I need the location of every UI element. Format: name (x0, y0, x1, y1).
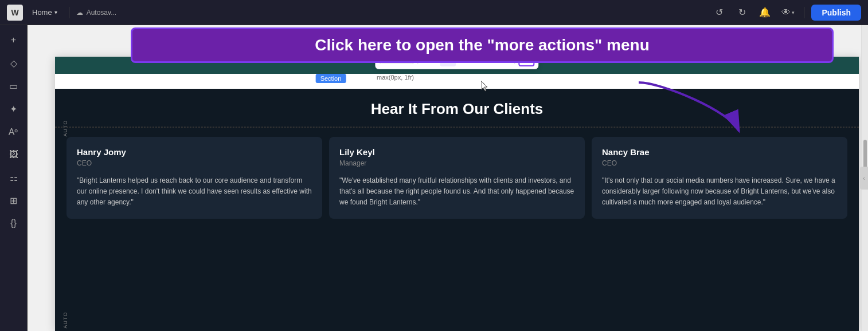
top-bar-right: ↺ ↻ 🔔 👁 ▾ Publish (710, 3, 861, 22)
logo-icon[interactable]: W (7, 5, 23, 21)
more-actions-button[interactable]: ··· (519, 57, 535, 66)
undo-button[interactable]: ↺ (710, 3, 728, 22)
section-title: Hear It From Our Clients (55, 89, 859, 127)
sidebar-media-button[interactable]: 🖼 (3, 144, 24, 165)
card-2-role: Manager (339, 159, 574, 167)
cloud-icon: ☁ (76, 9, 83, 17)
section-info: max(0px, 1fr) (377, 74, 414, 81)
auto-label-top: Auto (62, 120, 68, 137)
sidebar-code-button[interactable]: {} (3, 213, 24, 234)
paint-icon: 🪣 (462, 57, 471, 63)
divider (69, 7, 69, 18)
sidebar-table-button[interactable]: ⊞ (3, 190, 24, 211)
paint-toolbar-button[interactable]: 🪣 (459, 57, 475, 66)
section-label: Section (316, 74, 346, 83)
expand-icon: ‹ (863, 175, 865, 182)
top-bar: W Home ▾ ☁ Autosav... ↺ ↻ 🔔 👁 ▾ Publish (0, 0, 868, 25)
home-button[interactable]: Home ▾ (28, 6, 62, 19)
sidebar-layers-button[interactable]: ◇ (3, 53, 24, 73)
card-1-name: Hanry Jomy (77, 147, 312, 157)
sidebar-add-button[interactable]: + (3, 30, 24, 50)
autosave-label: Autosav... (87, 9, 116, 17)
sparkle-icon: ✦ (445, 57, 452, 63)
grid-icon-small: ▭ (384, 57, 390, 62)
annotation-text: Click here to open the "more actions" me… (315, 36, 650, 54)
testimonial-card-1: Hanry Jomy CEO "Bright Lanterns helped u… (67, 137, 322, 219)
layout-selector[interactable]: ▭ 1x2 ▾ (379, 57, 414, 64)
more-dots-icon: ··· (523, 57, 530, 64)
flag-toolbar-button[interactable]: ⚑ (495, 57, 511, 66)
canvas-area: Click here to open the "more actions" me… (28, 25, 868, 331)
sparkle-toolbar-button[interactable]: ✦ (440, 57, 456, 66)
card-1-role: CEO (77, 159, 312, 167)
testimonial-card-2: Lily Keyl Manager "We've established man… (329, 137, 585, 219)
card-2-name: Lily Keyl (339, 147, 574, 157)
element-toolbar: ▭ 1x2 ▾ ⊞ ✦ 🪣 ⬜ ⚑ (375, 57, 538, 69)
toolbar-divider-1 (418, 57, 419, 64)
sidebar-typography-button[interactable]: Aᵒ (3, 121, 24, 142)
testimonial-card-3: Nancy Brae CEO "It's not only that our s… (592, 137, 847, 219)
top-bar-left: W Home ▾ ☁ Autosav... (7, 5, 710, 21)
image-toolbar-button[interactable]: ⊞ (422, 57, 438, 66)
layout-label: 1x2 (393, 57, 404, 62)
notifications-button[interactable]: 🔔 (756, 3, 774, 22)
home-chevron-icon: ▾ (54, 9, 57, 15)
autosave-status: ☁ Autosav... (76, 9, 116, 17)
expand-handle[interactable]: ‹ (860, 167, 868, 190)
card-1-quote: "Bright Lanterns helped us reach back to… (77, 175, 312, 208)
card-2-quote: "We've established many fruitful relatio… (339, 175, 574, 208)
divider-right (804, 7, 804, 18)
testimonials-grid: Hanry Jomy CEO "Bright Lanterns helped u… (55, 128, 859, 228)
card-3-name: Nancy Brae (602, 147, 837, 157)
cursor-indicator (481, 81, 490, 94)
auto-label-bottom: Auto (62, 312, 68, 329)
sidebar-grid-button[interactable]: ⚏ (3, 167, 24, 188)
redo-button[interactable]: ↻ (733, 3, 751, 22)
flag-icon: ⚑ (499, 57, 507, 63)
eye-chevron-icon: ▾ (792, 10, 795, 15)
desktop-toolbar-button[interactable]: ⬜ (477, 57, 493, 66)
home-label: Home (32, 8, 52, 17)
publish-button[interactable]: Publish (811, 5, 861, 21)
card-3-role: CEO (602, 159, 837, 167)
image-icon: ⊞ (427, 57, 433, 63)
preview-button[interactable]: 👁 ▾ (779, 3, 797, 22)
dark-section: Hear It From Our Clients Hanry Jomy CEO … (55, 89, 859, 331)
left-sidebar: + ◇ ▭ ✦ Aᵒ 🖼 ⚏ ⊞ {} (0, 25, 28, 331)
sidebar-components-button[interactable]: ✦ (3, 98, 24, 119)
sidebar-page-button[interactable]: ▭ (3, 76, 24, 96)
main-layout: + ◇ ▭ ✦ Aᵒ 🖼 ⚏ ⊞ {} Click here to open t… (0, 25, 868, 331)
toolbar-divider-2 (515, 57, 515, 64)
card-3-quote: "It's not only that our social media num… (602, 175, 837, 208)
layout-chevron-icon: ▾ (406, 57, 409, 61)
monitor-icon: ⬜ (480, 57, 490, 63)
page-canvas: ▭ 1x2 ▾ ⊞ ✦ 🪣 ⬜ ⚑ (55, 57, 859, 331)
eye-icon: 👁 (781, 7, 791, 18)
